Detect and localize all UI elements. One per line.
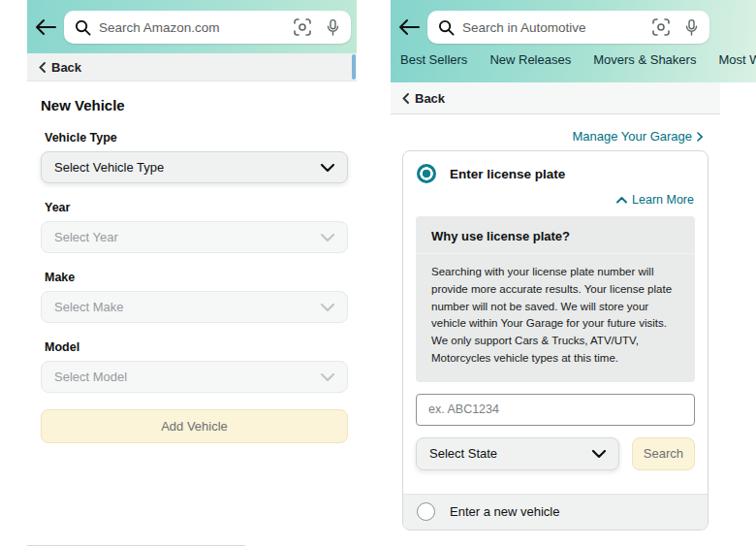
state-select[interactable]: Select State <box>416 437 619 470</box>
new-vehicle-option-label: Enter a new vehicle <box>450 504 559 519</box>
learn-more-label: Learn More <box>632 193 694 207</box>
camera-scan-icon[interactable] <box>652 18 670 36</box>
license-plate-card: Enter license plate Learn More Why use l… <box>402 150 709 531</box>
search-icon <box>75 19 91 36</box>
license-plate-info-box: Why use license plate? Searching with yo… <box>416 216 695 382</box>
year-select-value: Select Year <box>54 230 118 244</box>
garage-panel: Manage Your Garage Enter license plate L… <box>391 129 720 547</box>
model-select-value: Select Model <box>54 370 127 384</box>
year-label: Year <box>41 201 348 214</box>
vehicle-type-label: Vehicle Type <box>41 131 348 145</box>
manage-garage-link[interactable]: Manage Your Garage <box>402 129 709 144</box>
vehicle-type-select-value: Select Vehicle Type <box>54 160 164 175</box>
left-search-bar[interactable] <box>64 11 351 44</box>
chevron-left-icon <box>402 93 409 104</box>
model-select[interactable]: Select Model <box>41 361 348 393</box>
radio-selected-icon[interactable] <box>417 164 436 183</box>
page-title: New Vehicle <box>41 97 348 113</box>
new-vehicle-form: New Vehicle Vehicle Type Select Vehicle … <box>27 97 357 443</box>
chevron-down-icon <box>321 234 334 241</box>
right-search-input[interactable] <box>462 20 645 35</box>
chevron-down-icon <box>592 450 606 458</box>
add-vehicle-button[interactable]: Add Vehicle <box>41 409 348 443</box>
nav-tab-movers-shakers[interactable]: Movers & Shakers <box>593 52 696 67</box>
chevron-up-icon <box>616 197 627 204</box>
chevron-down-icon <box>321 164 334 172</box>
make-label: Make <box>41 271 348 284</box>
learn-more-link[interactable]: Learn More <box>403 183 708 207</box>
left-back-bar[interactable]: Back <box>27 53 357 81</box>
model-label: Model <box>41 340 348 354</box>
left-search-input[interactable] <box>99 20 286 35</box>
chevron-right-icon <box>697 132 703 142</box>
back-label: Back <box>51 60 81 75</box>
radio-unselected-icon[interactable] <box>417 502 435 521</box>
right-screen: Best Sellers New Releases Movers & Shake… <box>391 0 756 547</box>
license-plate-option-label: Enter license plate <box>450 167 565 181</box>
info-box-body: Searching with your license plate number… <box>416 254 695 382</box>
search-button[interactable]: Search <box>632 437 695 470</box>
nav-tab-most-wished[interactable]: Most Wished For <box>718 52 756 67</box>
right-search-bar[interactable] <box>427 11 709 44</box>
info-box-title: Why use license plate? <box>416 216 695 254</box>
category-nav: Best Sellers New Releases Movers & Shake… <box>391 44 756 67</box>
camera-scan-icon[interactable] <box>294 18 311 36</box>
vehicle-type-select[interactable]: Select Vehicle Type <box>41 151 348 183</box>
right-header: Best Sellers New Releases Movers & Shake… <box>391 0 756 82</box>
year-select[interactable]: Select Year <box>41 221 348 253</box>
right-back-bar[interactable]: Back <box>391 82 720 114</box>
back-label: Back <box>415 91 445 106</box>
license-plate-input[interactable] <box>416 394 695 426</box>
manage-garage-label: Manage Your Garage <box>572 129 692 144</box>
divider <box>27 545 245 546</box>
microphone-icon[interactable] <box>684 18 699 37</box>
back-arrow-icon[interactable] <box>27 18 64 36</box>
nav-tab-new-releases[interactable]: New Releases <box>489 52 571 67</box>
left-screen: Back New Vehicle Vehicle Type Select Veh… <box>27 0 357 547</box>
nav-tab-best-sellers[interactable]: Best Sellers <box>400 52 467 67</box>
chevron-down-icon <box>321 304 334 311</box>
make-select[interactable]: Select Make <box>41 291 348 323</box>
state-select-value: Select State <box>429 446 497 461</box>
license-plate-option[interactable]: Enter license plate <box>403 151 708 183</box>
make-select-value: Select Make <box>54 300 124 314</box>
scrollbar[interactable] <box>352 54 356 80</box>
search-icon <box>438 19 455 36</box>
left-header <box>27 0 357 53</box>
microphone-icon[interactable] <box>326 18 340 37</box>
new-vehicle-option[interactable]: Enter a new vehicle <box>403 494 708 530</box>
state-search-row: Select State Search <box>416 437 695 470</box>
chevron-down-icon <box>321 373 334 381</box>
chevron-left-icon <box>39 62 46 73</box>
back-arrow-icon[interactable] <box>391 18 427 36</box>
